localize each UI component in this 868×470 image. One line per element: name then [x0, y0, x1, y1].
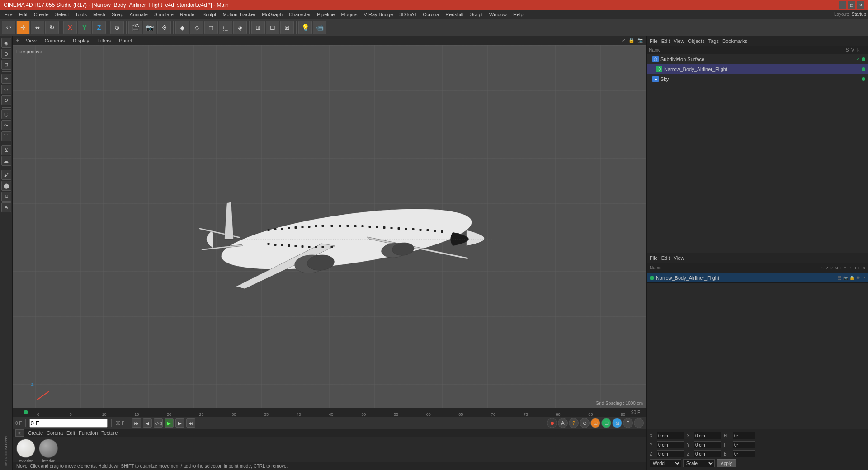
menu-render[interactable]: Render — [177, 11, 199, 18]
viewport-menu-panel[interactable]: Panel — [117, 38, 133, 43]
maximize-button[interactable]: □ — [848, 1, 855, 9]
menu-simulate[interactable]: Simulate — [151, 11, 176, 18]
viewport-camera-icon[interactable]: 📷 — [637, 38, 644, 43]
status-p[interactable]: P — [623, 418, 633, 428]
tool-poly[interactable]: ⬡ — [1, 109, 11, 119]
tool-live-select[interactable]: ⊕ — [1, 49, 11, 59]
viewport-lock-icon[interactable]: 🔒 — [628, 38, 635, 43]
toolbar-undo[interactable]: ↩ — [2, 21, 15, 34]
rot-y-input[interactable] — [694, 441, 721, 448]
status-help[interactable]: ? — [569, 418, 579, 428]
tool-spline[interactable]: 〜 — [1, 120, 11, 130]
material-exterior[interactable]: exterior — [16, 439, 35, 463]
menu-tools[interactable]: Tools — [72, 11, 90, 18]
status-settings[interactable]: ⋯ — [634, 418, 644, 428]
tool-motion[interactable]: ⊕ — [1, 202, 11, 212]
toolbar-snap-vert[interactable]: ⊟ — [266, 21, 279, 34]
toolbar-light[interactable]: 💡 — [298, 21, 312, 34]
pos-z-input[interactable] — [657, 450, 684, 457]
toolbar-axis-x[interactable]: X — [63, 21, 77, 34]
menu-mograph[interactable]: MoGraph — [259, 11, 285, 18]
obj-row-narrow-body[interactable]: ⬡ Narrow_Body_Airliner_Flight — [647, 64, 868, 74]
status-keyframe-pos[interactable]: ⊡ — [590, 418, 600, 428]
scale-dropdown[interactable]: Scale — [683, 459, 715, 467]
timeline-track[interactable]: 0 5 10 15 20 25 30 35 40 45 50 55 60 65 … — [37, 408, 627, 417]
toolbar-snap-grid[interactable]: ⊞ — [251, 21, 265, 34]
obj-row-sky[interactable]: ☁ Sky — [647, 74, 868, 84]
material-interior[interactable]: interior — [39, 439, 58, 463]
rot-x-input[interactable] — [694, 432, 721, 439]
obj-menu-bookmarks[interactable]: Bookmarks — [722, 38, 747, 44]
menu-edit[interactable]: Edit — [16, 11, 30, 18]
timeline-ruler[interactable]: 0 5 10 15 20 25 30 35 40 45 50 55 60 65 … — [13, 408, 646, 417]
viewport-menu-filters[interactable]: Filters — [95, 38, 113, 43]
obj-menu-tags[interactable]: Tags — [708, 38, 719, 44]
toolbar-render[interactable]: 📷 — [143, 21, 156, 34]
tool-hair[interactable]: ≋ — [1, 192, 11, 202]
toolbar-axis-z[interactable]: Z — [92, 21, 106, 34]
obj-menu-file[interactable]: File — [650, 38, 658, 44]
rot-z-input[interactable] — [694, 450, 721, 457]
menu-help[interactable]: Help — [510, 11, 526, 18]
menu-script[interactable]: Script — [467, 11, 486, 18]
b-input[interactable] — [733, 450, 755, 457]
p-input[interactable] — [733, 441, 755, 448]
status-keyframe-scale[interactable]: ⊠ — [612, 418, 622, 428]
mat-menu-create[interactable]: Create — [28, 430, 43, 436]
menu-3dtoall[interactable]: 3DToAll — [396, 11, 419, 18]
tool-move[interactable]: ✛ — [1, 74, 11, 84]
mat-menu-corona[interactable]: Corona — [47, 430, 63, 436]
play-to-end[interactable]: ⏭ — [186, 418, 195, 428]
toolbar-axis-y[interactable]: Y — [78, 21, 91, 34]
tool-nurbs[interactable]: ⌒ — [1, 131, 11, 141]
menu-pipeline[interactable]: Pipeline — [314, 11, 337, 18]
menu-redshift[interactable]: Redshift — [443, 11, 466, 18]
menu-plugins[interactable]: Plugins — [338, 11, 360, 18]
toolbar-scale[interactable]: ⇔ — [31, 21, 44, 34]
menu-create[interactable]: Create — [31, 11, 52, 18]
menu-motion-tracker[interactable]: Motion Tracker — [220, 11, 258, 18]
pos-x-input[interactable] — [657, 432, 684, 439]
obj-check-vis[interactable]: ✓ — [856, 56, 860, 61]
tool-rotate[interactable]: ↻ — [1, 95, 11, 105]
obj-menu-edit[interactable]: Edit — [661, 38, 670, 44]
menu-animate[interactable]: Animate — [127, 11, 151, 18]
status-record[interactable]: ⏺ — [547, 418, 557, 428]
menu-file[interactable]: File — [2, 11, 15, 18]
toolbar-texture[interactable]: ◈ — [233, 21, 247, 34]
toolbar-snap-edge[interactable]: ⊠ — [280, 21, 294, 34]
mat-menu-texture[interactable]: Texture — [101, 430, 118, 436]
tool-paint[interactable]: 🖌 — [1, 170, 11, 180]
attr-menu-edit[interactable]: Edit — [661, 255, 670, 261]
toolbar-rotate[interactable]: ↻ — [45, 21, 59, 34]
toolbar-render-preview[interactable]: 🎬 — [128, 21, 142, 34]
viewport-menu-view[interactable]: View — [24, 38, 38, 43]
tool-scale[interactable]: ⇔ — [1, 85, 11, 94]
toolbar-move[interactable]: ✛ — [16, 21, 30, 34]
attr-menu-view[interactable]: View — [674, 255, 684, 261]
viewport-expand-icon[interactable]: ⤢ — [622, 38, 626, 43]
minimize-button[interactable]: − — [839, 1, 846, 9]
menu-corona[interactable]: Corona — [420, 11, 442, 18]
toolbar-world[interactable]: ⊕ — [110, 21, 124, 34]
menu-character[interactable]: Character — [286, 11, 313, 18]
viewport-menu-display[interactable]: Display — [71, 38, 91, 43]
pos-y-input[interactable] — [657, 441, 684, 448]
play-prev-frame[interactable]: ◀ — [143, 418, 152, 428]
viewport-menu-cameras[interactable]: Cameras — [43, 38, 67, 43]
selected-object-row[interactable]: Narrow_Body_Airliner_Flight ⛓ 📷 🔒 👁 ⋯ — [647, 273, 868, 283]
status-auto[interactable]: A — [558, 418, 568, 428]
obj-row-subdivision[interactable]: ⬡ Subdivision Surface ✓ — [647, 54, 868, 64]
toolbar-render-settings[interactable]: ⚙ — [157, 21, 171, 34]
toolbar-point-mode[interactable]: ⬚ — [219, 21, 232, 34]
menu-window[interactable]: Window — [486, 11, 509, 18]
obj-menu-objects[interactable]: Objects — [688, 38, 704, 44]
mat-menu-function[interactable]: Function — [79, 430, 98, 436]
toolbar-camera[interactable]: 📹 — [313, 21, 326, 34]
tool-sculpt[interactable]: ⬤ — [1, 181, 11, 191]
toolbar-poly-mode[interactable]: ◇ — [190, 21, 203, 34]
menu-vray[interactable]: V-Ray Bridge — [361, 11, 396, 18]
apply-button[interactable]: Apply — [717, 459, 736, 467]
close-button[interactable]: × — [857, 1, 864, 9]
obj-menu-view[interactable]: View — [674, 38, 684, 44]
